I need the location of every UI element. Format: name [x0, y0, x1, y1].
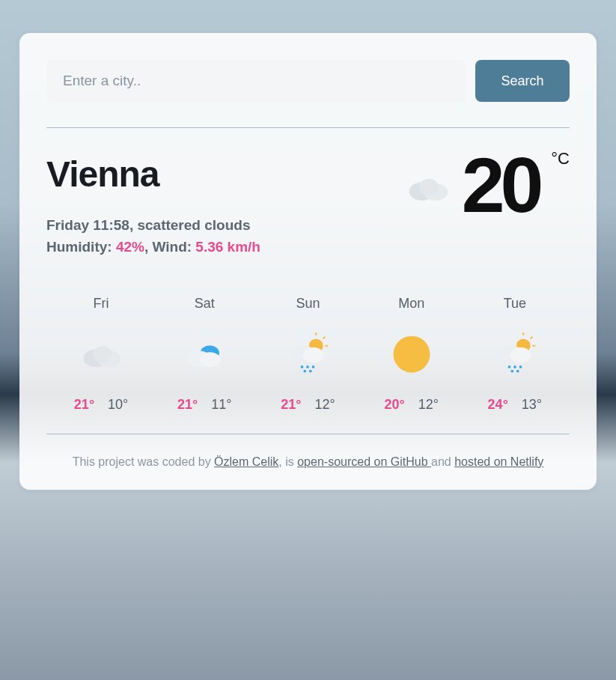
- footer-mid1: , is: [278, 455, 297, 468]
- svg-point-29: [513, 365, 516, 368]
- city-name: Vienna: [46, 154, 260, 195]
- forecast-day: Sun 21° 12°: [263, 296, 353, 413]
- cloud-icon: [79, 325, 123, 383]
- forecast-day: Tue 24° 13°: [470, 296, 560, 413]
- github-link[interactable]: open-sourced on GitHub: [297, 455, 431, 468]
- temp-high: 21°: [177, 397, 198, 413]
- sun-icon: [389, 325, 434, 383]
- current-meta: Friday 11:58, scattered clouds Humidity:…: [46, 214, 260, 258]
- forecast-day: Sat 21° 11°: [159, 296, 249, 413]
- svg-point-14: [303, 347, 324, 363]
- day-label: Fri: [94, 296, 109, 312]
- temp-low: 11°: [211, 397, 231, 413]
- cloud-blue-icon: [183, 325, 226, 383]
- city-input[interactable]: [46, 60, 466, 102]
- temp-high: 21°: [74, 397, 94, 413]
- humidity-value: 42%: [116, 239, 144, 255]
- wind-value: 5.36 km/h: [195, 239, 260, 255]
- forecast-row: Fri 21° 10° Sat: [46, 296, 570, 434]
- temp-high: 24°: [488, 397, 508, 413]
- sun-cloud-rain-icon: [285, 325, 330, 383]
- svg-point-15: [301, 365, 304, 368]
- temp-high: 20°: [384, 397, 404, 413]
- svg-point-28: [507, 365, 510, 368]
- svg-point-18: [304, 370, 307, 373]
- svg-point-2: [418, 179, 438, 196]
- temp-low: 10°: [108, 397, 128, 413]
- temp-unit: °C: [551, 149, 570, 169]
- netlify-link[interactable]: hosted on Netlify: [454, 455, 543, 468]
- footer-pre: This project was coded by: [73, 455, 214, 468]
- svg-point-17: [312, 365, 315, 368]
- svg-point-5: [93, 346, 112, 362]
- svg-point-32: [516, 370, 519, 373]
- author-link[interactable]: Özlem Celik: [214, 455, 278, 468]
- current-temp: 20: [462, 146, 540, 224]
- current-weather-icon: [405, 173, 450, 204]
- svg-line-25: [530, 336, 532, 339]
- dateline: Friday 11:58, scattered clouds: [46, 214, 260, 236]
- svg-point-27: [510, 347, 531, 363]
- sun-cloud-rain-icon: [493, 325, 537, 383]
- footer: This project was coded by Özlem Celik, i…: [46, 455, 570, 469]
- svg-line-12: [323, 336, 326, 339]
- current-weather: Vienna Friday 11:58, scattered clouds Hu…: [46, 154, 570, 258]
- temp-low: 13°: [522, 397, 542, 413]
- forecast-day: Fri 21° 10°: [56, 296, 146, 413]
- day-label: Sun: [296, 296, 320, 312]
- day-label: Tue: [504, 296, 526, 312]
- svg-point-21: [393, 336, 430, 373]
- svg-point-16: [307, 365, 310, 368]
- forecast-day: Mon 20° 12°: [367, 296, 457, 413]
- search-row: Search: [46, 60, 570, 102]
- day-label: Mon: [398, 296, 424, 312]
- svg-point-8: [199, 352, 221, 367]
- weather-card: Search Vienna Friday 11:58, scattered cl…: [19, 33, 597, 490]
- temp-high: 21°: [281, 397, 301, 413]
- wind-label: , Wind:: [144, 239, 195, 255]
- temp-low: 12°: [314, 397, 335, 413]
- conditions-line: Humidity: 42%, Wind: 5.36 km/h: [46, 236, 260, 258]
- temp-low: 12°: [418, 397, 439, 413]
- svg-point-30: [519, 365, 522, 368]
- footer-mid2: and: [431, 455, 454, 468]
- svg-point-31: [510, 370, 513, 373]
- humidity-label: Humidity:: [46, 239, 116, 255]
- svg-point-19: [309, 370, 312, 373]
- divider-top: [46, 127, 570, 128]
- day-label: Sat: [195, 296, 215, 312]
- search-button[interactable]: Search: [475, 60, 570, 102]
